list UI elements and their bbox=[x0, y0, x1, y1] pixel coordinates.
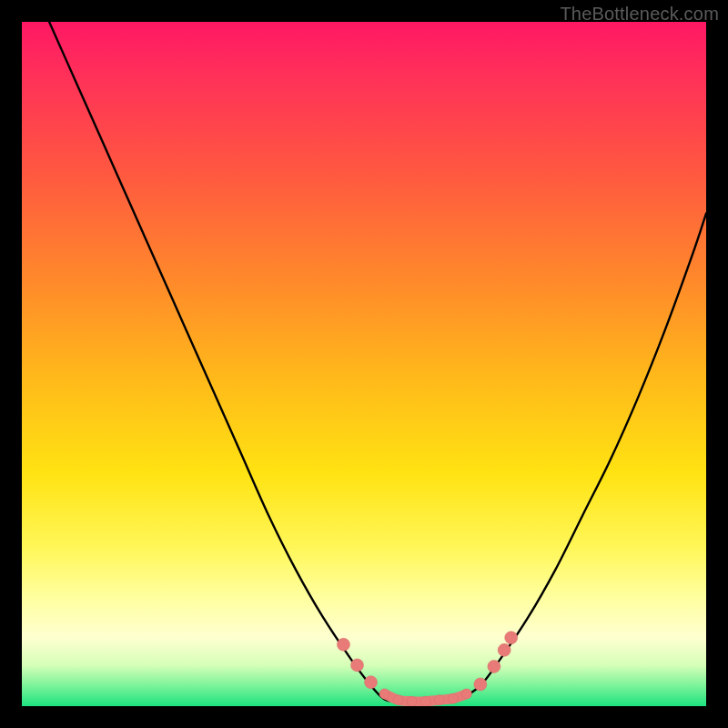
data-marker bbox=[407, 696, 417, 706]
chart-svg bbox=[22, 22, 706, 706]
data-marker bbox=[365, 676, 378, 689]
data-marker bbox=[337, 638, 349, 651]
data-marker bbox=[448, 693, 458, 703]
data-marker bbox=[461, 689, 471, 699]
data-marker bbox=[393, 695, 403, 705]
data-marker bbox=[498, 643, 511, 656]
attribution-text: TheBottleneck.com bbox=[560, 4, 719, 25]
data-marker bbox=[434, 695, 444, 705]
bottleneck-curve bbox=[49, 22, 706, 703]
data-marker bbox=[488, 660, 500, 672]
data-marker bbox=[350, 659, 363, 672]
chart-frame bbox=[22, 22, 706, 706]
data-marker bbox=[474, 678, 487, 691]
data-marker bbox=[420, 696, 430, 706]
data-marker bbox=[379, 689, 389, 699]
data-marker bbox=[505, 632, 518, 644]
